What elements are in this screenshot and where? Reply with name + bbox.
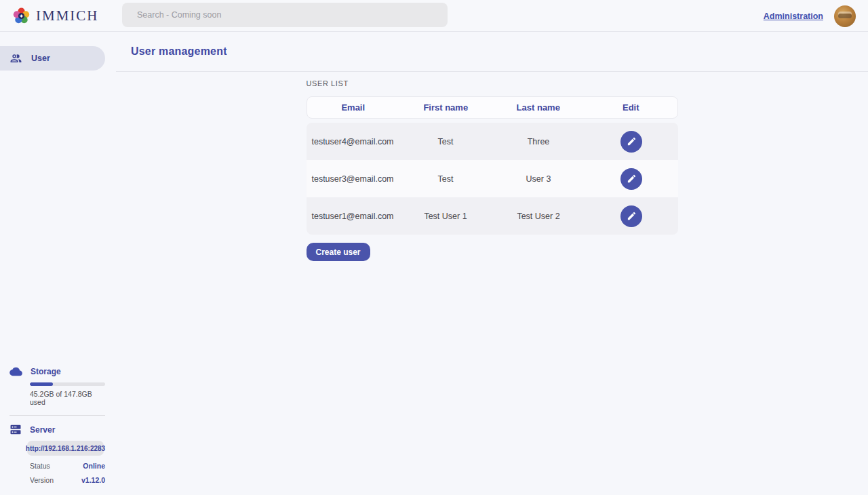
server-url: http://192.168.1.216:2283: [26, 445, 105, 452]
status-value: Online: [83, 462, 105, 470]
cloud-icon: [9, 367, 22, 376]
col-last-name: Last name: [492, 102, 585, 113]
search-input[interactable]: [122, 3, 448, 27]
svg-text:✦: ✦: [19, 13, 24, 20]
user-table-header: Email First name Last name Edit: [307, 96, 678, 119]
page-title-bar: User management: [116, 32, 868, 72]
server-version-row: Version v1.12.0: [30, 476, 105, 484]
version-label: Version: [30, 476, 54, 484]
cell-first-name: Test: [399, 137, 492, 146]
create-user-button[interactable]: Create user: [307, 243, 370, 261]
table-row: testuser3@email.com Test User 3: [307, 160, 678, 197]
cell-email: testuser4@email.com: [307, 137, 399, 146]
brand-name: IMMICH: [36, 7, 99, 24]
page-title: User management: [131, 45, 227, 58]
server-title: Server: [30, 425, 55, 435]
administration-link[interactable]: Administration: [764, 12, 823, 21]
cell-last-name: Three: [492, 137, 585, 146]
content-area: User management USER LIST Email First na…: [116, 32, 868, 495]
storage-progress-bar: [30, 382, 105, 386]
table-row: testuser1@email.com Test User 1 Test Use…: [307, 197, 678, 235]
sidebar: User Storage 45.2GB of 147.8GB used: [0, 32, 105, 495]
cell-first-name: Test User 1: [399, 212, 492, 221]
server-status-row: Status Online: [30, 462, 105, 470]
edit-user-button[interactable]: [620, 168, 642, 190]
pencil-icon: [627, 174, 637, 184]
cell-email: testuser3@email.com: [307, 174, 399, 184]
server-icon: [9, 424, 22, 435]
top-navbar: ✦ IMMICH Administration: [0, 0, 868, 32]
immich-logo[interactable]: ✦ IMMICH: [0, 7, 122, 25]
storage-title: Storage: [31, 367, 61, 376]
sidebar-divider: [9, 415, 105, 416]
user-list-label: USER LIST: [307, 79, 678, 87]
col-first-name: First name: [399, 102, 492, 113]
version-value: v1.12.0: [81, 476, 105, 484]
col-edit: Edit: [585, 102, 677, 113]
cell-last-name: User 3: [492, 174, 585, 184]
sidebar-item-user-label: User: [31, 54, 50, 63]
user-avatar[interactable]: [834, 5, 856, 27]
edit-user-button[interactable]: [620, 131, 642, 153]
pencil-icon: [627, 136, 637, 146]
edit-user-button[interactable]: [620, 205, 642, 227]
pencil-icon: [627, 211, 637, 221]
cell-email: testuser1@email.com: [307, 212, 399, 221]
status-label: Status: [30, 462, 50, 470]
users-icon: [9, 52, 22, 65]
table-row: testuser4@email.com Test Three: [307, 123, 678, 160]
cell-last-name: Test User 2: [492, 212, 585, 221]
col-email: Email: [307, 102, 400, 113]
server-url-badge: http://192.168.1.216:2283: [27, 441, 104, 456]
app-window: ✦ IMMICH Administration User Storage: [0, 0, 868, 495]
immich-flower-icon: ✦: [12, 7, 31, 25]
cell-first-name: Test: [399, 174, 492, 184]
storage-progress-fill: [30, 382, 53, 386]
storage-usage-text: 45.2GB of 147.8GB used: [30, 390, 105, 406]
user-table: testuser4@email.com Test Three testuser3…: [307, 123, 678, 235]
sidebar-item-user[interactable]: User: [0, 46, 105, 71]
sidebar-status-panel: Storage 45.2GB of 147.8GB used Server: [0, 367, 105, 495]
